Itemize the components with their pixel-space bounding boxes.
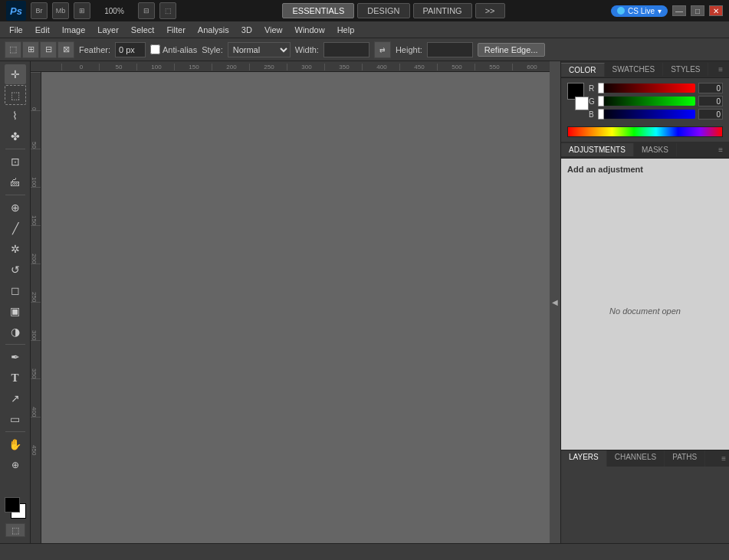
main-layout: ✛ ⬚ ⌇ ✤ ⊡ 🖮 ⊕ ╱ ✲ ↺ ◻ ▣ ◑ ✒ T ↗ ▭ ✋ ⊕ ⬚ [0, 61, 729, 543]
add-selection-btn[interactable]: ⊞ [22, 41, 39, 58]
r-label: R [589, 84, 595, 93]
crop-tool-btn[interactable]: ⊡ [5, 152, 26, 172]
g-label: G [589, 97, 595, 106]
height-label: Height: [396, 45, 422, 54]
eyedropper-tool-btn[interactable]: 🖮 [5, 172, 26, 192]
width-input[interactable] [323, 42, 369, 57]
tab-painting[interactable]: PAINTING [413, 3, 472, 18]
ruler-v-450: 450 [31, 417, 41, 455]
gradient-tool-btn[interactable]: ▣ [5, 301, 26, 321]
menu-image[interactable]: Image [56, 24, 92, 36]
history-brush-tool-btn[interactable]: ↺ [5, 260, 26, 280]
screen-mode-icon[interactable]: ⊟ [138, 2, 155, 19]
bg-color-box[interactable] [575, 97, 589, 110]
ruler-400: 400 [362, 64, 399, 70]
workspace-tabs: ESSENTIALS DESIGN PAINTING >> [282, 3, 504, 18]
move-tool-btn[interactable]: ✛ [5, 64, 26, 84]
top-ruler: 0 50 100 150 200 250 300 350 400 450 500… [31, 61, 550, 72]
subtract-selection-btn[interactable]: ⊟ [40, 41, 57, 58]
color-spectrum[interactable] [567, 126, 723, 137]
menu-select[interactable]: Select [125, 24, 161, 36]
antialias-checkbox-container[interactable]: Anti-alias [150, 44, 197, 54]
menu-file[interactable]: File [3, 24, 29, 36]
r-value-input[interactable] [698, 83, 723, 93]
arrange-icon[interactable]: ⊞ [74, 2, 90, 19]
b-slider-thumb[interactable] [598, 109, 604, 120]
fg-bg-swatches[interactable] [5, 497, 26, 519]
tab-paths[interactable]: PATHS [665, 450, 705, 467]
style-select[interactable]: Normal Fixed Ratio Fixed Size [228, 42, 291, 57]
close-button[interactable]: ✕ [709, 5, 723, 16]
tab-styles[interactable]: STYLES [663, 63, 708, 76]
minimize-button[interactable]: — [672, 5, 686, 16]
collapse-arrow-icon: ◀ [552, 298, 558, 306]
quick-select-tool-btn[interactable]: ✤ [5, 126, 26, 146]
cs-live-button[interactable]: CS Live ▾ [611, 5, 668, 17]
g-slider-track[interactable] [598, 97, 695, 106]
tool-separator-1 [5, 149, 25, 149]
clone-stamp-tool-btn[interactable]: ✲ [5, 239, 26, 259]
antialias-checkbox[interactable] [150, 44, 160, 54]
refine-edge-button[interactable]: Refine Edge... [478, 43, 545, 57]
type-tool-btn[interactable]: T [5, 368, 26, 388]
feather-input[interactable] [115, 42, 146, 57]
quick-mask-btn[interactable]: ⬚ [5, 523, 25, 537]
menu-3d[interactable]: 3D [235, 24, 258, 36]
canvas-area[interactable] [41, 72, 550, 543]
tab-design[interactable]: DESIGN [357, 3, 409, 18]
zoom-tool-btn[interactable]: ⊕ [5, 455, 26, 475]
feather-label: Feather: [79, 45, 110, 54]
r-slider-thumb[interactable] [598, 83, 604, 93]
ruler-v-150: 150 [31, 187, 41, 225]
healing-tool-btn[interactable]: ⊕ [5, 198, 26, 218]
shape-tool-btn[interactable]: ▭ [5, 409, 26, 429]
color-panel-expand-btn[interactable]: ≡ [715, 65, 726, 74]
tab-essentials[interactable]: ESSENTIALS [282, 3, 354, 18]
height-input[interactable] [427, 42, 473, 57]
new-selection-btn[interactable]: ⬚ [5, 41, 21, 58]
path-select-tool-btn[interactable]: ↗ [5, 388, 26, 408]
tab-more[interactable]: >> [475, 3, 505, 18]
hand-tool-btn[interactable]: ✋ [5, 434, 26, 454]
menu-analysis[interactable]: Analysis [192, 24, 235, 36]
tab-swatches[interactable]: SWATCHES [605, 63, 664, 76]
tab-layers[interactable]: LAYERS [561, 450, 607, 467]
menu-view[interactable]: View [258, 24, 289, 36]
dodge-tool-btn[interactable]: ◑ [5, 322, 26, 342]
menu-edit[interactable]: Edit [29, 24, 56, 36]
foreground-color-swatch[interactable] [5, 497, 20, 513]
tab-channels[interactable]: CHANNELS [607, 450, 665, 467]
menu-layer[interactable]: Layer [91, 24, 125, 36]
right-collapse-handle[interactable]: ◀ [550, 61, 560, 543]
pen-tool-btn[interactable]: ✒ [5, 347, 26, 367]
title-bar-right: CS Live ▾ — □ ✕ [611, 5, 723, 17]
menu-help[interactable]: Help [331, 24, 361, 36]
adjustments-expand-btn[interactable]: ≡ [715, 146, 726, 154]
adjustments-panel-tab-bar: ADJUSTMENTS MASKS ≡ [561, 142, 729, 159]
toolbar-colors: ⬚ [5, 497, 26, 537]
menu-window[interactable]: Window [289, 24, 331, 36]
intersect-selection-btn[interactable]: ⊠ [57, 41, 74, 58]
lasso-tool-btn[interactable]: ⌇ [5, 106, 26, 126]
marquee-tool-btn[interactable]: ⬚ [5, 85, 26, 105]
b-value-input[interactable] [698, 109, 723, 120]
menu-filter[interactable]: Filter [160, 24, 191, 36]
ruler-v-300: 300 [31, 302, 41, 340]
eraser-tool-btn[interactable]: ◻ [5, 280, 26, 300]
swap-dimensions-btn[interactable]: ⇄ [374, 41, 391, 58]
g-slider-thumb[interactable] [598, 96, 604, 106]
tool-separator-4 [5, 431, 25, 432]
tab-color[interactable]: COLOR [561, 63, 605, 77]
b-slider-track[interactable] [598, 110, 695, 119]
brush-tool-btn[interactable]: ╱ [5, 218, 26, 238]
bridge-icon[interactable]: Br [31, 2, 48, 19]
layers-expand-btn[interactable]: ≡ [721, 450, 726, 467]
r-slider-track[interactable] [598, 84, 695, 93]
minibridge-icon[interactable]: Mb [52, 2, 69, 19]
g-value-input[interactable] [698, 96, 723, 106]
tab-masks[interactable]: MASKS [634, 143, 677, 156]
tab-adjustments[interactable]: ADJUSTMENTS [561, 143, 634, 156]
screen-icon2[interactable]: ⬚ [159, 2, 176, 19]
maximize-button[interactable]: □ [691, 5, 704, 16]
ruler-v-0: 0 [31, 72, 41, 110]
